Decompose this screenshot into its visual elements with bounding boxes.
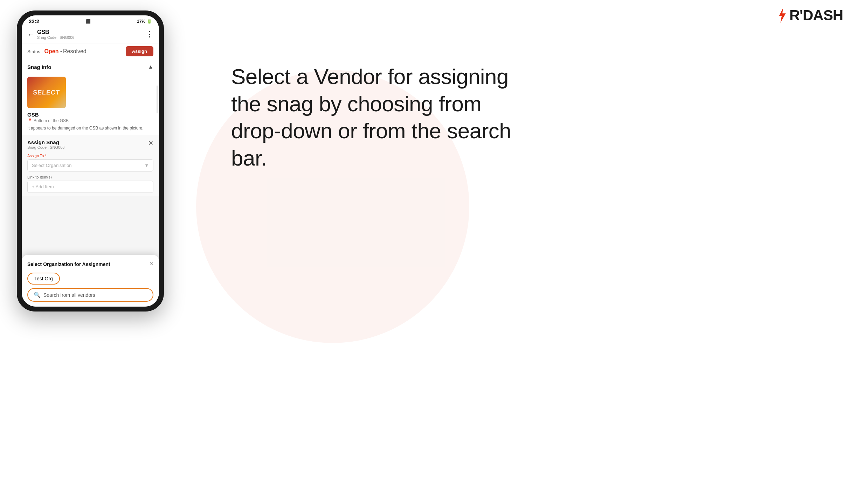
required-star: * bbox=[45, 154, 47, 158]
back-button[interactable]: ← bbox=[27, 30, 34, 38]
snag-info-header: Snag Info ▲ bbox=[22, 60, 159, 73]
battery-text: 17% bbox=[137, 19, 145, 24]
logo-bolt-icon bbox=[776, 7, 787, 23]
status-resolved: Resolved bbox=[63, 48, 87, 54]
status-separator: • bbox=[60, 49, 63, 54]
main-description: Select a Vendor for assigning the snag b… bbox=[231, 63, 518, 172]
scroll-indicator bbox=[157, 85, 158, 113]
snag-name: GSB bbox=[27, 112, 153, 118]
phone-outer-shell: 22:2 ⬛ 17% 🔋 ← GSB Snag Code : SNG006 ⋮ bbox=[17, 10, 164, 312]
link-items-label: Link to Item(s) bbox=[27, 175, 153, 179]
phone-notch: ⬛ bbox=[85, 19, 91, 24]
page-title: GSB bbox=[37, 29, 146, 35]
collapse-icon[interactable]: ▲ bbox=[148, 64, 153, 70]
description-section: Select a Vendor for assigning the snag b… bbox=[231, 63, 518, 172]
logo: R'DASH bbox=[776, 7, 843, 24]
add-item-field[interactable]: + Add Item bbox=[27, 181, 153, 193]
location-pin-icon: 📍 bbox=[27, 118, 33, 123]
popup-header: Select Organization for Assignment × bbox=[27, 260, 153, 268]
phone-device: 22:2 ⬛ 17% 🔋 ← GSB Snag Code : SNG006 ⋮ bbox=[17, 10, 164, 312]
snag-image: SELECT bbox=[27, 77, 66, 108]
search-icon: 🔍 bbox=[34, 292, 41, 298]
assign-panel-header: Assign Snag Snag Code : SNG006 ✕ bbox=[27, 139, 153, 149]
search-placeholder-text: Search from all vendors bbox=[43, 292, 95, 298]
status-row: Status : Open • Resolved Assign bbox=[22, 43, 159, 60]
dropdown-chevron-icon: ▼ bbox=[144, 163, 149, 168]
status-label-area: Status : Open • Resolved bbox=[27, 48, 87, 55]
svg-marker-0 bbox=[779, 8, 786, 23]
status-open: Open bbox=[44, 48, 59, 54]
page-subtitle: Snag Code : SNG006 bbox=[37, 35, 146, 40]
assign-panel-title-area: Assign Snag Snag Code : SNG006 bbox=[27, 139, 64, 149]
status-icons: 17% 🔋 bbox=[137, 19, 152, 24]
phone-screen: 22:2 ⬛ 17% 🔋 ← GSB Snag Code : SNG006 ⋮ bbox=[22, 15, 159, 307]
test-org-chip[interactable]: Test Org bbox=[27, 273, 60, 285]
assign-snag-panel: Assign Snag Snag Code : SNG006 ✕ Assign … bbox=[22, 135, 159, 196]
select-organisation-dropdown[interactable]: Select Organisation ▼ bbox=[27, 159, 153, 172]
assign-panel-title: Assign Snag bbox=[27, 139, 64, 145]
assign-panel-subtitle: Snag Code : SNG006 bbox=[27, 145, 64, 149]
logo-text: R'DASH bbox=[789, 7, 843, 24]
snag-description: It appears to be damaged on the GSB as s… bbox=[27, 125, 153, 131]
status-bar: 22:2 ⬛ 17% 🔋 bbox=[22, 15, 159, 26]
popup-close-button[interactable]: × bbox=[150, 260, 153, 268]
assign-button[interactable]: Assign bbox=[126, 46, 153, 56]
org-chip-container: Test Org bbox=[27, 273, 153, 288]
status-time: 22:2 bbox=[29, 18, 39, 24]
snag-image-label: SELECT bbox=[33, 89, 61, 96]
select-org-popup: Select Organization for Assignment × Tes… bbox=[22, 255, 159, 307]
snag-content: SELECT GSB 📍 Bottom of the GSB It appear… bbox=[22, 73, 159, 135]
popup-title: Select Organization for Assignment bbox=[27, 261, 110, 267]
status-label: Status : bbox=[27, 49, 43, 54]
search-vendors-bar[interactable]: 🔍 Search from all vendors bbox=[27, 288, 153, 302]
top-navigation-bar: ← GSB Snag Code : SNG006 ⋮ bbox=[22, 26, 159, 43]
menu-dots-button[interactable]: ⋮ bbox=[146, 30, 153, 39]
snag-location: 📍 Bottom of the GSB bbox=[27, 118, 153, 123]
page-title-area: GSB Snag Code : SNG006 bbox=[34, 29, 146, 40]
assign-to-label: Assign To * bbox=[27, 154, 153, 158]
assign-panel-close-button[interactable]: ✕ bbox=[148, 139, 153, 147]
snag-info-title: Snag Info bbox=[27, 64, 51, 70]
battery-icon: 🔋 bbox=[147, 19, 152, 24]
